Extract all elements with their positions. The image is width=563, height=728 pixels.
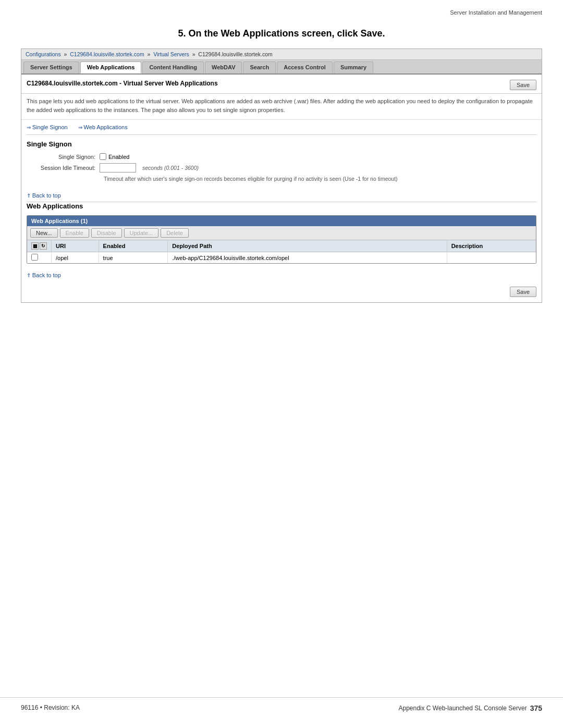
tab-content-handling[interactable]: Content Handling [142,61,204,73]
save-button-bottom[interactable]: Save [510,287,536,297]
col-icons: ▦ ↻ [27,240,52,252]
single-signon-checkbox[interactable] [100,153,106,160]
web-apps-table: ▦ ↻ URI Enabled Deployed Path Descriptio… [27,240,536,263]
tab-web-applications[interactable]: Web Applications [80,61,142,73]
tab-search[interactable]: Search [243,61,276,73]
page-header: C129684.louisville.stortek.com - Virtual… [21,75,542,94]
top-right-label: Server Installation and Management [0,0,563,16]
page-title: C129684.louisville.stortek.com - Virtual… [27,80,218,87]
page-footer: 96116 • Revision: KA Appendix C Web-laun… [0,697,563,712]
web-apps-table-header: Web Applications (1) [27,216,536,226]
header-label: Server Installation and Management [450,9,542,16]
session-timeout-control: seconds (0.001 - 3600) [100,163,199,172]
single-signon-title: Single Signon [27,140,536,148]
delete-button[interactable]: Delete [161,228,189,238]
tab-summary[interactable]: Summary [334,61,373,73]
back-to-top-1: Back to top [21,189,542,202]
content-panel: Configurations » C129684.louisville.stor… [21,48,542,303]
session-timeout-label: Session Idle Timeout: [32,165,100,171]
row-checkbox[interactable] [31,254,38,261]
breadcrumb-current: C129684.louisville.stortek.com [198,51,272,57]
jump-link-single-signon[interactable]: Single Signon [27,124,68,130]
bottom-save-area: Save [21,281,542,302]
single-signon-row: Single Signon: Enabled [27,153,536,160]
tab-bar: Server Settings Web Applications Content… [21,60,542,75]
back-to-top-link-2[interactable]: Back to top [27,272,61,278]
table-icons: ▦ ↻ [31,242,47,250]
disable-button[interactable]: Disable [91,228,122,238]
col-deployed-path[interactable]: Deployed Path [168,240,447,252]
web-applications-section: Web Applications Web Applications (1) Ne… [21,202,542,269]
web-apps-toolbar: New... Enable Disable Update... Delete [27,226,536,240]
tab-webdav[interactable]: WebDAV [205,61,242,73]
row-checkbox-cell [27,252,52,264]
single-signon-section: Single Signon Single Signon: Enabled Ses… [21,135,542,189]
table-header-row: ▦ ↻ URI Enabled Deployed Path Descriptio… [27,240,536,252]
save-button-top[interactable]: Save [510,80,536,90]
breadcrumb-link-server1[interactable]: C129684.louisville.stortek.com [70,51,144,57]
refresh-icon[interactable]: ↻ [40,242,47,250]
session-timeout-row: Session Idle Timeout: seconds (0.001 - 3… [27,163,536,172]
footer-right-text: Appendix C Web-launched SL Console Serve… [399,705,527,712]
breadcrumb: Configurations » C129684.louisville.stor… [21,49,542,60]
table-row: /opel true ./web-app/C129684.louisville.… [27,252,536,264]
single-signon-checkbox-label[interactable]: Enabled [100,153,129,160]
footer-page-num: 375 [530,704,542,712]
row-description [447,252,536,264]
web-applications-title: Web Applications [27,202,536,210]
enable-button[interactable]: Enable [60,228,89,238]
back-to-top-2: Back to top [21,269,542,281]
tab-server-settings[interactable]: Server Settings [23,61,79,73]
page-description: This page lets you add web applications … [21,94,542,120]
web-apps-table-container: Web Applications (1) New... Enable Disab… [27,215,536,264]
new-button[interactable]: New... [30,228,58,238]
update-button[interactable]: Update... [124,228,159,238]
main-heading: 5. On the Web Applications screen, click… [0,28,563,39]
single-signon-control: Enabled [100,153,129,160]
footer-right: Appendix C Web-launched SL Console Serve… [399,704,543,712]
col-uri[interactable]: URI [52,240,99,252]
row-deployed-path: ./web-app/C129684.louisville.stortek.com… [168,252,447,264]
col-enabled[interactable]: Enabled [99,240,168,252]
single-signon-label: Single Signon: [32,154,100,160]
col-description[interactable]: Description [447,240,536,252]
page-container: Server Installation and Management 5. On… [0,0,563,728]
timeout-note: Timeout after which user's single sign-o… [27,176,536,182]
jump-links: Single Signon Web Applications [21,120,542,134]
tab-access-control[interactable]: Access Control [277,61,333,73]
session-timeout-input[interactable] [100,163,136,172]
jump-link-web-applications[interactable]: Web Applications [78,124,128,130]
row-enabled: true [99,252,168,264]
breadcrumb-link-configurations[interactable]: Configurations [26,51,61,57]
session-timeout-hint: seconds (0.001 - 3600) [139,165,199,171]
back-to-top-link-1[interactable]: Back to top [27,192,61,199]
select-all-icon[interactable]: ▦ [31,242,39,250]
footer-left: 96116 • Revision: KA [21,704,80,712]
breadcrumb-link-virtual-servers[interactable]: Virtual Servers [153,51,189,57]
row-uri: /opel [52,252,99,264]
